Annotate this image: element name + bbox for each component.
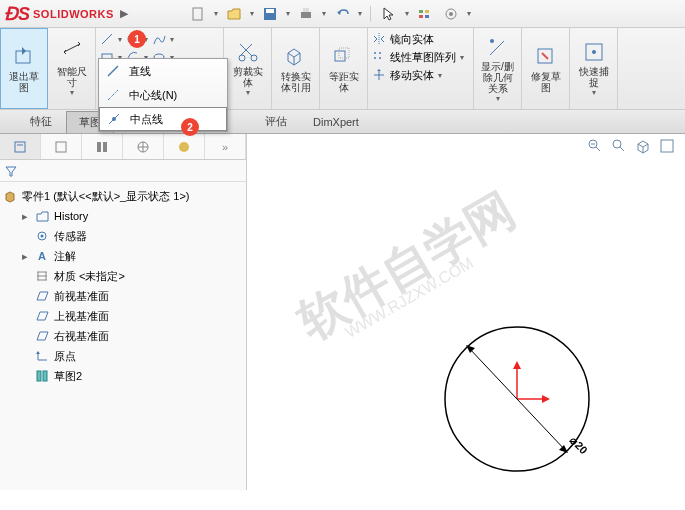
mirror-label[interactable]: 镜向实体 bbox=[390, 32, 434, 47]
exit-sketch-icon bbox=[12, 45, 36, 69]
tree-history-label: History bbox=[54, 210, 88, 222]
svg-rect-39 bbox=[103, 142, 107, 152]
tree-root-label: 零件1 (默认<<默认>_显示状态 1>) bbox=[22, 189, 190, 204]
tree-history[interactable]: ▸ History bbox=[2, 206, 244, 226]
tree-sketch2[interactable]: 草图2 bbox=[2, 366, 244, 386]
svg-point-10 bbox=[449, 12, 453, 16]
svg-line-59 bbox=[620, 147, 624, 151]
repair-icon bbox=[534, 45, 558, 69]
title-bar: ƉS SOLIDWORKS ▶ ▾ ▾ ▾ ▾ ▾ ▾ ▾ bbox=[0, 0, 685, 28]
line-menu-item[interactable]: 直线 bbox=[99, 59, 227, 83]
tree-top-plane[interactable]: 上视基准面 bbox=[2, 306, 244, 326]
smart-dimension-button[interactable]: 智能尺寸 ▾ bbox=[48, 28, 96, 109]
tree-annotations[interactable]: ▸ A 注解 bbox=[2, 246, 244, 266]
filter-icon[interactable] bbox=[4, 164, 18, 178]
dimxpert-manager-tab[interactable] bbox=[123, 134, 164, 159]
tree-material[interactable]: 材质 <未指定> bbox=[2, 266, 244, 286]
config-manager-tab[interactable] bbox=[82, 134, 123, 159]
ds-logo-icon: ƉS bbox=[4, 3, 30, 25]
svg-rect-3 bbox=[301, 12, 311, 18]
expand-icon[interactable]: ▸ bbox=[20, 210, 30, 223]
print-button[interactable] bbox=[296, 4, 316, 24]
svg-line-26 bbox=[490, 41, 504, 55]
zoom-fit-icon[interactable] bbox=[587, 138, 605, 156]
svg-line-56 bbox=[596, 147, 600, 151]
linear-pattern-label[interactable]: 线性草图阵列 bbox=[390, 50, 456, 65]
expand-icon[interactable]: ▸ bbox=[20, 250, 30, 263]
plane-icon bbox=[34, 289, 50, 303]
exit-sketch-button[interactable]: 退出草图 bbox=[0, 28, 48, 109]
tree-sensors[interactable]: 传感器 bbox=[2, 226, 244, 246]
origin-icon bbox=[34, 349, 50, 363]
dropdown-arrow-icon[interactable]: ▾ bbox=[286, 9, 290, 18]
trim-entities-button[interactable]: 剪裁实体 ▾ bbox=[224, 28, 272, 109]
chevron-down-icon[interactable]: ▾ bbox=[170, 35, 174, 44]
title-arrow-icon[interactable]: ▶ bbox=[120, 7, 128, 20]
svg-point-24 bbox=[374, 57, 376, 59]
linear-pattern-icon bbox=[372, 50, 386, 64]
new-file-button[interactable] bbox=[188, 4, 208, 24]
dropdown-arrow-icon[interactable]: ▾ bbox=[250, 9, 254, 18]
tab-dimxpert[interactable]: DimXpert bbox=[301, 113, 371, 131]
dropdown-arrow-icon[interactable]: ▾ bbox=[322, 9, 326, 18]
smart-dim-label: 智能尺寸 bbox=[54, 66, 89, 88]
display-manager-tab[interactable] bbox=[164, 134, 205, 159]
repair-sketch-button[interactable]: 修复草图 bbox=[522, 28, 570, 109]
undo-button[interactable] bbox=[332, 4, 352, 24]
move-icon bbox=[372, 68, 386, 82]
svg-line-12 bbox=[102, 34, 112, 44]
tree-origin[interactable]: 原点 bbox=[2, 346, 244, 366]
tree-origin-label: 原点 bbox=[54, 349, 76, 364]
move-label[interactable]: 移动实体 bbox=[390, 68, 434, 83]
property-manager-tab[interactable] bbox=[41, 134, 82, 159]
dropdown-arrow-icon[interactable]: ▾ bbox=[467, 9, 471, 18]
dropdown-arrow-icon[interactable]: ▾ bbox=[358, 9, 362, 18]
convert-entities-button[interactable]: 转换实体引用 bbox=[272, 28, 320, 109]
quick-snap-button[interactable]: 快速捕捉 ▾ bbox=[570, 28, 618, 109]
svg-rect-5 bbox=[419, 10, 423, 13]
repair-label: 修复草图 bbox=[528, 71, 563, 93]
tree-front-plane[interactable]: 前视基准面 bbox=[2, 286, 244, 306]
main-area: » 零件1 (默认<<默认>_显示状态 1>) ▸ History 传感器 ▸ bbox=[0, 134, 685, 490]
svg-rect-38 bbox=[97, 142, 101, 152]
feature-tree-tab[interactable] bbox=[0, 134, 41, 159]
svg-point-18 bbox=[239, 55, 245, 61]
tab-evaluate[interactable]: 评估 bbox=[253, 111, 299, 132]
svg-point-19 bbox=[251, 55, 257, 61]
chevron-down-icon[interactable]: ▾ bbox=[460, 53, 464, 62]
view-orientation-icon[interactable] bbox=[635, 138, 653, 156]
dropdown-arrow-icon[interactable]: ▾ bbox=[214, 9, 218, 18]
dropdown-arrow-icon[interactable]: ▾ bbox=[405, 9, 409, 18]
annotations-icon: A bbox=[34, 249, 50, 263]
select-button[interactable] bbox=[379, 4, 399, 24]
line-tool-icon[interactable] bbox=[100, 32, 114, 46]
panel-expand-tab[interactable]: » bbox=[205, 134, 246, 159]
centerline-menu-item[interactable]: 中心线(N) bbox=[99, 83, 227, 107]
options-button[interactable] bbox=[441, 4, 461, 24]
svg-point-30 bbox=[592, 50, 596, 54]
display-delete-relations-button[interactable]: 显示/删除几何关系 ▾ bbox=[474, 28, 522, 109]
tree-right-plane[interactable]: 右视基准面 bbox=[2, 326, 244, 346]
offset-entities-button[interactable]: 等距实体 bbox=[320, 28, 368, 109]
tab-feature[interactable]: 特征 bbox=[18, 111, 64, 132]
spline-tool-icon[interactable] bbox=[152, 32, 166, 46]
svg-point-25 bbox=[379, 57, 381, 59]
tree-root[interactable]: 零件1 (默认<<默认>_显示状态 1>) bbox=[2, 186, 244, 206]
centerline-label: 中心线(N) bbox=[129, 88, 177, 103]
relations-label: 显示/删除几何关系 bbox=[480, 61, 515, 94]
display-style-icon[interactable] bbox=[659, 138, 677, 156]
offset-icon bbox=[332, 45, 356, 69]
zoom-area-icon[interactable] bbox=[611, 138, 629, 156]
offset-label: 等距实体 bbox=[326, 71, 361, 93]
open-file-button[interactable] bbox=[224, 4, 244, 24]
snap-icon bbox=[582, 40, 606, 64]
svg-point-45 bbox=[41, 235, 44, 238]
chevron-down-icon[interactable]: ▾ bbox=[118, 35, 122, 44]
chevron-down-icon[interactable]: ▾ bbox=[438, 71, 442, 80]
save-button[interactable] bbox=[260, 4, 280, 24]
rebuild-button[interactable] bbox=[415, 4, 435, 24]
graphics-area[interactable]: 软件自学网 WWW.RJZXW.COM ⌀20 bbox=[247, 134, 685, 490]
svg-rect-37 bbox=[56, 142, 66, 152]
sensors-icon bbox=[34, 229, 50, 243]
midpoint-line-menu-item[interactable]: 中点线 bbox=[99, 107, 227, 131]
